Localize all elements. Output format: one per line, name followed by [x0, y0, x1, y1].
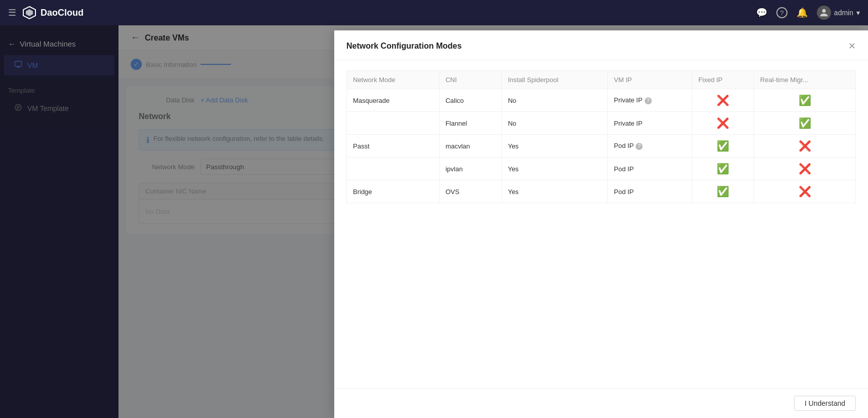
cell-network-mode: Bridge	[347, 180, 440, 203]
table-row: FlannelNoPrivate IP❌✅	[347, 112, 856, 135]
cell-install-spiderpool: Yes	[501, 158, 607, 180]
cell-fixed-ip: ✅	[692, 135, 754, 158]
table-row: PasstmacvlanYesPod IP?✅❌	[347, 135, 856, 158]
logo-icon	[22, 6, 36, 20]
cell-fixed-ip: ❌	[692, 89, 754, 112]
config-table: Network Mode CNI Install Spiderpool VM I…	[346, 70, 856, 203]
cell-realtime-migr: ✅	[754, 112, 856, 135]
svg-marker-1	[26, 9, 33, 16]
cell-cni: macvlan	[439, 135, 501, 158]
avatar	[817, 6, 831, 20]
cell-install-spiderpool: Yes	[501, 180, 607, 203]
modal-body: Network Mode CNI Install Spiderpool VM I…	[334, 60, 868, 388]
check-icon: ✅	[717, 140, 729, 151]
cell-cni: OVS	[439, 180, 501, 203]
modal-close-button[interactable]: ✕	[848, 41, 856, 52]
col-realtime-migr: Real-time Migr...	[754, 71, 856, 89]
navbar-right: 💬 ? 🔔 admin ▾	[756, 6, 860, 20]
check-icon: ✅	[717, 163, 729, 174]
table-row: ipvlanYesPod IP✅❌	[347, 158, 856, 180]
check-icon: ✅	[717, 186, 729, 197]
col-install-spiderpool: Install Spiderpool	[501, 71, 607, 89]
check-icon: ✅	[799, 118, 811, 129]
cell-vm-ip: Pod IP	[608, 180, 692, 203]
chevron-down-icon: ▾	[856, 9, 860, 17]
cell-install-spiderpool: No	[501, 89, 607, 112]
cell-realtime-migr: ✅	[754, 89, 856, 112]
cell-cni: Calico	[439, 89, 501, 112]
config-table-head: Network Mode CNI Install Spiderpool VM I…	[347, 71, 856, 89]
logo: DaoCloud	[22, 6, 84, 20]
username: admin	[834, 9, 853, 17]
network-config-modal: Network Configuration Modes ✕ Network Mo…	[334, 30, 868, 418]
cell-fixed-ip: ❌	[692, 112, 754, 135]
config-table-header-row: Network Mode CNI Install Spiderpool VM I…	[347, 71, 856, 89]
menu-icon[interactable]: ☰	[8, 7, 16, 18]
check-icon: ✅	[799, 95, 811, 106]
col-cni: CNI	[439, 71, 501, 89]
help-icon[interactable]: ?	[645, 97, 652, 104]
cell-vm-ip: Pod IP?	[608, 135, 692, 158]
cross-icon: ❌	[799, 163, 811, 174]
cell-network-mode	[347, 158, 440, 180]
cell-network-mode	[347, 112, 440, 135]
cross-icon: ❌	[717, 118, 729, 129]
help-icon[interactable]: ?	[776, 7, 787, 18]
col-vm-ip: VM IP	[608, 71, 692, 89]
table-row: MasqueradeCalicoNoPrivate IP?❌✅	[347, 89, 856, 112]
modal-header: Network Configuration Modes ✕	[334, 30, 868, 60]
col-network-mode: Network Mode	[347, 71, 440, 89]
cell-vm-ip: Private IP?	[608, 89, 692, 112]
cell-realtime-migr: ❌	[754, 135, 856, 158]
user-menu[interactable]: admin ▾	[817, 6, 860, 20]
cell-install-spiderpool: No	[501, 112, 607, 135]
modal-title: Network Configuration Modes	[346, 42, 462, 51]
cross-icon: ❌	[799, 186, 811, 197]
modal-footer: I Understand	[334, 388, 868, 418]
help-icon[interactable]: ?	[636, 143, 643, 150]
table-row: BridgeOVSYesPod IP✅❌	[347, 180, 856, 203]
understand-button[interactable]: I Understand	[794, 396, 856, 411]
cell-vm-ip: Private IP	[608, 112, 692, 135]
cell-install-spiderpool: Yes	[501, 135, 607, 158]
config-table-body: MasqueradeCalicoNoPrivate IP?❌✅FlannelNo…	[347, 89, 856, 203]
cell-fixed-ip: ✅	[692, 180, 754, 203]
cell-network-mode: Passt	[347, 135, 440, 158]
logo-text: DaoCloud	[41, 8, 84, 18]
bell-icon[interactable]: 🔔	[797, 7, 808, 18]
cell-fixed-ip: ✅	[692, 158, 754, 180]
cell-realtime-migr: ❌	[754, 158, 856, 180]
cell-realtime-migr: ❌	[754, 180, 856, 203]
cell-network-mode: Masquerade	[347, 89, 440, 112]
cell-vm-ip: Pod IP	[608, 158, 692, 180]
col-fixed-ip: Fixed IP	[692, 71, 754, 89]
cross-icon: ❌	[717, 95, 729, 106]
cross-icon: ❌	[799, 140, 811, 151]
chat-icon[interactable]: 💬	[756, 7, 767, 18]
cell-cni: Flannel	[439, 112, 501, 135]
navbar: ☰ DaoCloud 💬 ? 🔔 admin ▾	[0, 0, 868, 25]
cell-cni: ipvlan	[439, 158, 501, 180]
